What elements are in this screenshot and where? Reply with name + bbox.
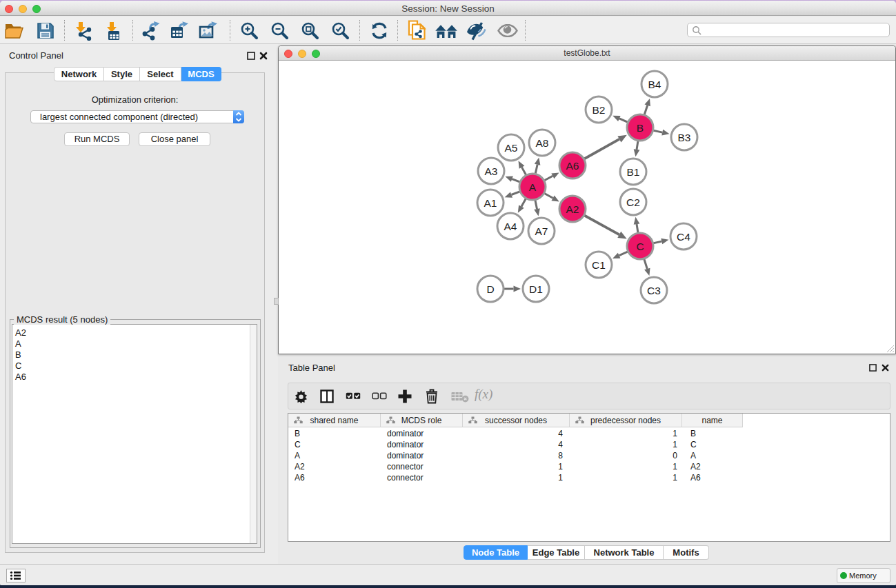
svg-text:A4: A4 <box>504 221 517 232</box>
svg-text:A5: A5 <box>505 142 518 154</box>
svg-text:B4: B4 <box>648 79 661 90</box>
svg-text:C3: C3 <box>647 285 661 296</box>
svg-text:A3: A3 <box>485 165 498 177</box>
svg-text:B: B <box>637 122 644 134</box>
svg-text:A: A <box>529 181 537 193</box>
svg-text:A7: A7 <box>535 225 548 237</box>
svg-text:D: D <box>486 283 494 295</box>
svg-text:B3: B3 <box>678 132 691 143</box>
svg-text:A1: A1 <box>484 197 497 209</box>
svg-text:A8: A8 <box>536 137 549 149</box>
svg-text:C: C <box>636 241 644 252</box>
svg-text:C2: C2 <box>626 196 640 208</box>
svg-text:D1: D1 <box>529 283 543 295</box>
svg-text:B1: B1 <box>627 166 640 178</box>
svg-text:A2: A2 <box>566 203 579 215</box>
svg-text:A6: A6 <box>566 160 579 172</box>
svg-text:C4: C4 <box>677 231 690 243</box>
svg-text:B2: B2 <box>593 104 606 116</box>
svg-text:C1: C1 <box>592 259 606 271</box>
